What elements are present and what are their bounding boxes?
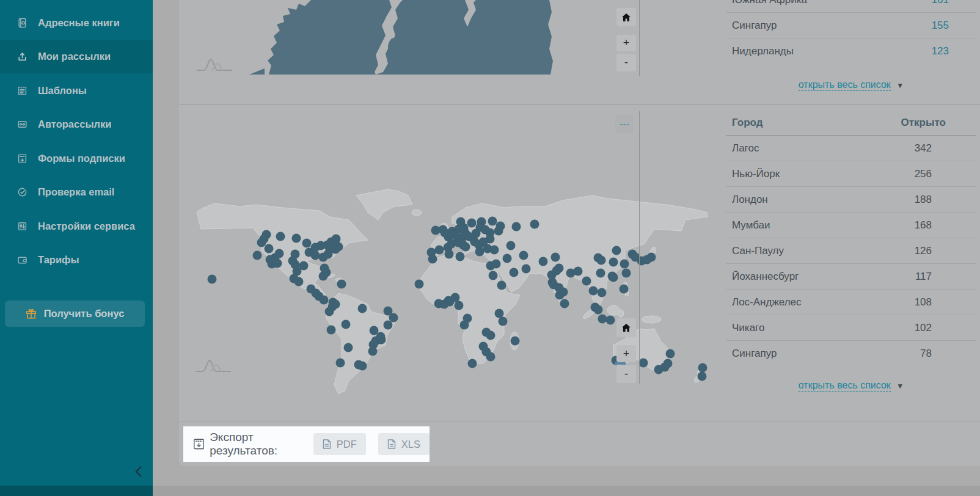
country-value[interactable]: 161	[932, 0, 949, 6]
sidebar-item-autoresponders[interactable]: Авторассылки	[0, 108, 153, 141]
sidebar-collapse-button[interactable]	[133, 464, 148, 480]
map-marker	[384, 307, 393, 316]
home-icon	[622, 324, 631, 332]
sidebar-bottom-edge	[0, 486, 153, 496]
map-marker	[589, 286, 598, 296]
city-value: 108	[915, 296, 932, 308]
section-divider	[179, 104, 980, 105]
country-value[interactable]: 155	[932, 20, 949, 32]
sidebar-item-my-mailings[interactable]: Мои рассылки	[0, 40, 153, 73]
map-marker	[637, 257, 646, 266]
map-marker	[302, 239, 312, 248]
home-icon	[622, 13, 631, 21]
map-marker	[622, 269, 631, 278]
map-marker	[486, 331, 495, 340]
pricing-icon	[17, 255, 27, 265]
map-marker	[551, 253, 560, 262]
map-marker	[479, 342, 488, 351]
map-marker	[698, 363, 708, 373]
export-pdf-label: PDF	[337, 439, 357, 450]
sidebar-item-templates[interactable]: Шаблоны	[0, 74, 153, 108]
city-value: 117	[915, 271, 932, 283]
map-marker	[560, 299, 569, 308]
map-marker	[428, 255, 437, 264]
map-marker	[253, 251, 262, 260]
city-value: 126	[915, 245, 932, 257]
map-marker	[490, 246, 499, 255]
country-name: Южная Африка	[732, 0, 807, 6]
map-marker	[639, 359, 648, 368]
map-marker	[311, 251, 320, 260]
gift-icon	[26, 308, 37, 319]
table-row: Нидерланды 123	[726, 38, 976, 64]
map-marker	[499, 317, 508, 326]
export-results-bar: Экспорт результатов: PDF XLS	[183, 426, 430, 462]
map-marker	[327, 326, 336, 335]
map-marker	[598, 315, 607, 324]
map-marker	[358, 362, 367, 371]
map-marker	[344, 343, 353, 352]
subscription-form-icon	[17, 153, 27, 164]
map-marker	[337, 280, 346, 289]
sidebar-item-subscription-forms[interactable]: Формы подписки	[0, 142, 153, 175]
sidebar-item-label: Тарифы	[38, 254, 79, 266]
sidebar-item-address-books[interactable]: Адресные книги	[0, 6, 153, 40]
document-icon	[387, 439, 396, 449]
country-value[interactable]: 123	[932, 45, 949, 57]
sidebar-item-label: Адресные книги	[38, 17, 120, 29]
chevron-left-icon	[133, 464, 144, 479]
export-xls-button[interactable]: XLS	[378, 433, 430, 455]
map-marker	[609, 258, 618, 267]
world-continents	[197, 189, 708, 394]
document-icon	[323, 439, 331, 449]
map-home-button[interactable]	[616, 8, 636, 26]
map-zoom-in-button[interactable]: +	[616, 35, 636, 51]
expand-link-label[interactable]: открыть весь список	[799, 380, 891, 392]
service-settings-icon	[17, 221, 27, 232]
map-marker	[459, 224, 469, 233]
map-zoom-out-button[interactable]: -	[616, 365, 636, 383]
export-pdf-button[interactable]: PDF	[313, 433, 366, 455]
caret-down-icon: ▼	[896, 382, 904, 390]
map-marker	[293, 267, 302, 276]
map-marker	[497, 281, 506, 290]
sidebar-item-service-settings[interactable]: Настройки сервиса	[0, 210, 153, 243]
city-name: Сингапур	[732, 348, 777, 360]
map-marker	[384, 321, 393, 330]
map-panel-divider	[639, 111, 640, 384]
column-header-city: Город	[732, 117, 763, 129]
column-header-opened: Открыто	[901, 117, 946, 129]
map-marker	[475, 247, 485, 257]
map-zoom-out-button[interactable]: -	[616, 54, 636, 71]
table-row: Лагос 342	[726, 136, 976, 161]
map-marker	[468, 359, 477, 368]
map-marker	[332, 235, 341, 244]
map-marker	[292, 234, 301, 243]
autoresponder-icon	[17, 119, 27, 129]
city-value: 168	[915, 219, 932, 232]
map-marker	[530, 220, 539, 229]
city-name: Лагос	[732, 142, 759, 155]
countries-table: Южная Африка 161 Сингапур 155 Нидерланды…	[726, 0, 976, 64]
map-marker	[358, 304, 367, 313]
sidebar-item-pricing[interactable]: Тарифы	[0, 243, 153, 277]
countries-expand-link[interactable]: открыть весь список ▼	[726, 79, 976, 90]
city-name: Мумбаи	[732, 219, 770, 232]
map-marker	[342, 320, 351, 329]
get-bonus-label: Получить бонус	[44, 308, 125, 319]
address-book-icon	[17, 18, 27, 28]
map-marker	[456, 252, 465, 261]
sidebar-item-email-check[interactable]: Проверка email	[0, 175, 153, 209]
map-zoom-slider-handle[interactable]	[615, 362, 626, 365]
cities-expand-link[interactable]: открыть весь список ▼	[726, 380, 976, 391]
get-bonus-button[interactable]: Получить бонус	[5, 301, 145, 327]
table-row: Лондон 188	[726, 187, 976, 213]
expand-link-label[interactable]: открыть весь список	[799, 79, 891, 91]
table-row: Лос-Анджелес 108	[726, 290, 976, 315]
map-marker	[698, 372, 707, 381]
export-download-icon	[194, 437, 204, 451]
map-home-button[interactable]	[616, 318, 636, 337]
map-marker	[555, 283, 564, 293]
map-zoom-in-button[interactable]: +	[616, 345, 636, 362]
map-export-menu-button[interactable]: ---	[615, 115, 634, 133]
